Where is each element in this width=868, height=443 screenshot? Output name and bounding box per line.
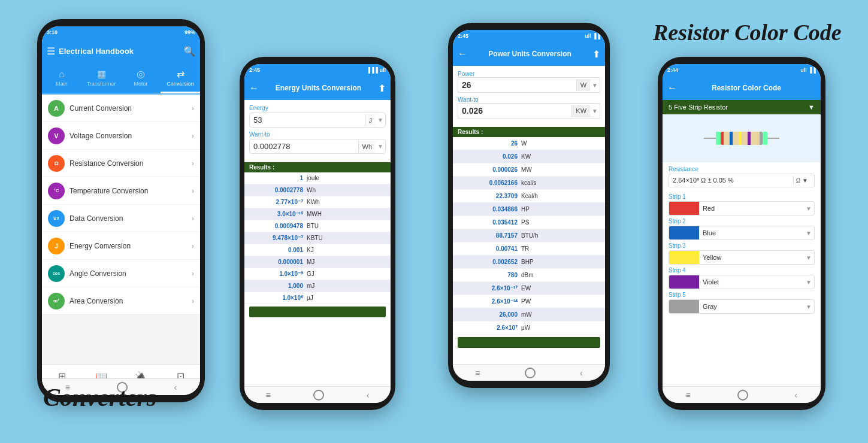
data-label: Data Conversion <box>69 214 192 223</box>
menu-item-voltage[interactable]: V Voltage Conversion › <box>42 122 200 150</box>
tab-conversion[interactable]: ⇄ Conversion <box>161 63 200 93</box>
tab-transformer[interactable]: ▦ Transformer <box>81 63 121 93</box>
energy-unit-arrow[interactable]: ▼ <box>376 114 385 126</box>
wantto-input-value[interactable]: 0.0002778 <box>250 139 358 153</box>
result-row-4: 0.0009478 BTU <box>244 220 391 232</box>
phone-4-header: ← Resistor Color Code <box>663 76 821 100</box>
phone-1-status-bar: 3:10 99% <box>42 26 200 38</box>
strip2-arrow[interactable]: ▼ <box>803 228 814 238</box>
result-bar <box>249 307 386 317</box>
power-result-row-14: 2.6×10⁷ µW <box>453 321 605 335</box>
power-val-5: 0.034866 <box>458 206 518 213</box>
current-label: Current Conversion <box>69 104 192 113</box>
strip2-label: Strip 2 <box>669 218 815 224</box>
menu-item-temperature[interactable]: °C Temperature Conversion › <box>42 177 200 205</box>
menu-icon[interactable]: ☰ <box>47 45 55 57</box>
strip4-row[interactable]: Violet ▼ <box>669 275 815 289</box>
result-row-7: 0.000001 MJ <box>244 256 391 268</box>
power-result-row-4: 22.3709 Kcal/h <box>453 190 605 203</box>
wantto-unit-arrow[interactable]: ▼ <box>376 141 385 152</box>
wantto-value-3[interactable]: 0.026 <box>458 104 571 118</box>
result-unit-8: GJ <box>307 271 314 277</box>
phone-2-nav-bar: ≡ ‹ <box>244 386 391 403</box>
result-val-0: 1 <box>249 175 303 181</box>
result-row-10: 1.0×10⁶ µJ <box>244 292 391 304</box>
phone-3-results-header: Results : <box>453 127 605 137</box>
power-unit-1: KW <box>521 153 531 160</box>
phone-4-time: 2:44 <box>667 67 678 73</box>
phone-1-screen: 3:10 99% ☰ Electrical Handbook 🔍 ⌂ Main … <box>42 26 200 395</box>
phone-3-header: ← Power Units Conversion ⬆ <box>453 42 605 66</box>
phone-4-title: Resistor Color Code <box>677 84 816 92</box>
back-icon-4[interactable]: ← <box>667 83 677 93</box>
tab-main[interactable]: ⌂ Main <box>42 63 81 93</box>
tab-motor[interactable]: ◎ Motor <box>121 63 161 93</box>
phone-4-nav-bar: ≡ ‹ <box>663 386 821 403</box>
strip3-row[interactable]: Yellow ▼ <box>669 250 815 265</box>
power-unit-0: W <box>521 140 527 147</box>
power-result-row-10: 780 dBm <box>453 269 605 282</box>
strip3-label: Strip 3 <box>669 242 815 249</box>
phone-4-screen: 2:44 ull ▐▐ ← Resistor Color Code 5 Five… <box>663 64 821 403</box>
strip3-arrow[interactable]: ▼ <box>803 253 814 263</box>
strip4-arrow[interactable]: ▼ <box>803 277 814 287</box>
result-unit-0: joule <box>307 175 319 181</box>
strip2-color-name: Blue <box>699 227 803 238</box>
phone-3-title: Power Units Conversion <box>467 50 592 58</box>
phone-2-status-bar: 2:45 ▐▐▐ ull <box>244 64 391 76</box>
result-unit-1: Wh <box>307 187 316 193</box>
strip2-row[interactable]: Blue ▼ <box>669 226 815 240</box>
result-unit-2: KWh <box>307 199 320 205</box>
menu-item-angle[interactable]: cos Angle Conversion › <box>42 260 200 287</box>
current-arrow: › <box>192 104 194 113</box>
strip5-arrow[interactable]: ▼ <box>803 302 814 312</box>
phone-2-title: Energy Units Conversion <box>259 84 378 92</box>
power-val-4: 22.3709 <box>458 193 518 199</box>
menu-item-data[interactable]: Bit Data Conversion › <box>42 205 200 232</box>
voltage-icon: V <box>48 128 65 144</box>
phone-3-nav-bar: ≡ ‹ <box>453 364 605 381</box>
phone-4-signal: ull ▐▐ <box>800 67 816 73</box>
resistor-dropdown[interactable]: 5 Five Strip Resistor ▼ <box>663 100 821 114</box>
phone-2-time: 2:45 <box>249 67 260 73</box>
current-icon: A <box>48 100 65 117</box>
phone-3-signal: ull ▐▐ <box>585 33 600 39</box>
power-unit-arrow[interactable]: ▼ <box>590 80 600 91</box>
wantto-input-row-3[interactable]: 0.026 KW ▼ <box>458 103 600 119</box>
nav-menu-icon-3: ≡ <box>475 368 480 378</box>
power-unit-4: Kcal/h <box>521 193 538 199</box>
strip1-arrow[interactable]: ▼ <box>803 204 814 214</box>
energy-input-value[interactable]: 53 <box>250 113 365 127</box>
angle-arrow: › <box>192 269 194 278</box>
power-result-row-13: 26,000 mW <box>453 308 605 321</box>
wantto-input-row[interactable]: 0.0002778 Wh ▼ <box>249 139 386 154</box>
resistance-section: Resistance 2.64×10⁸ Ω ± 0.05 % Ω ▼ <box>663 162 821 191</box>
strip1-row[interactable]: Red ▼ <box>669 201 815 216</box>
resistance-value-row: 2.64×10⁸ Ω ± 0.05 % Ω ▼ <box>669 174 815 187</box>
power-input-value[interactable]: 26 <box>458 78 576 92</box>
menu-item-current[interactable]: A Current Conversion › <box>42 95 200 122</box>
strip5-row[interactable]: Gray ▼ <box>669 299 815 314</box>
conversion-tab-label: Conversion <box>167 81 194 87</box>
res-stripe-base <box>724 132 730 145</box>
strip4-label: Strip 4 <box>669 267 815 274</box>
back-icon[interactable]: ← <box>249 83 259 93</box>
power-result-row-1: 0.026 KW <box>453 150 605 163</box>
res-stripe-base2 <box>733 132 739 145</box>
wantto-unit-arrow-3[interactable]: ▼ <box>590 105 600 117</box>
share-icon[interactable]: ⬆ <box>378 83 386 94</box>
resistor-dropdown-label: 5 Five Strip Resistor <box>669 104 728 111</box>
power-input-row[interactable]: 26 W ▼ <box>458 77 600 93</box>
menu-item-area[interactable]: m² Area Conversion › <box>42 287 200 315</box>
back-icon-3[interactable]: ← <box>458 48 467 59</box>
share-icon-3[interactable]: ⬆ <box>592 48 600 60</box>
menu-item-energy[interactable]: J Energy Conversion › <box>42 232 200 260</box>
resistor-code-label: Resistor Color Code <box>653 19 842 45</box>
menu-item-resistance[interactable]: Ω Resistance Conversion › <box>42 150 200 177</box>
search-icon[interactable]: 🔍 <box>183 45 195 57</box>
energy-input-row[interactable]: 53 J ▼ <box>249 113 386 128</box>
power-val-14: 2.6×10⁷ <box>458 324 518 331</box>
nav-menu-icon: ≡ <box>266 390 271 400</box>
phone-1-nav-tabs: ⌂ Main ▦ Transformer ◎ Motor ⇄ Conversio… <box>42 63 200 95</box>
phone-1-app-header: ☰ Electrical Handbook 🔍 <box>42 38 200 63</box>
